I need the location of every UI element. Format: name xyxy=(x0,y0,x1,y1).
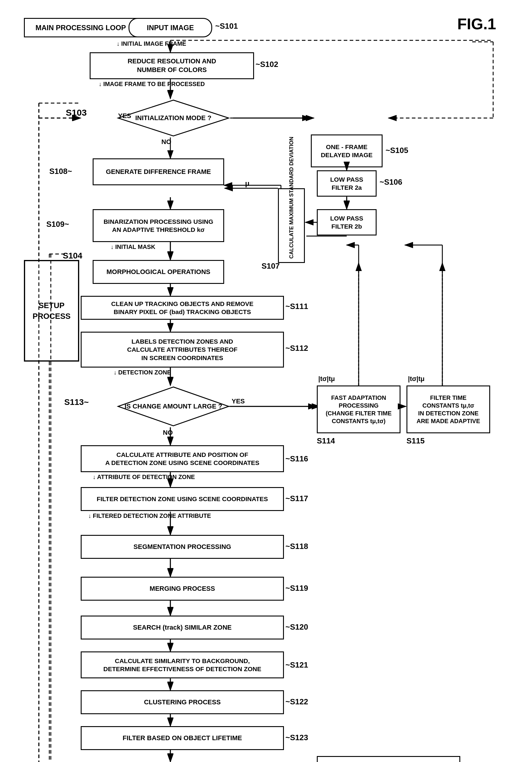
s112-label: ~S112 xyxy=(285,343,308,353)
detection-zone-label: ↓ DETECTION ZONE xyxy=(114,369,171,376)
no-label-2: NO xyxy=(163,429,173,436)
s108-label: S108~ xyxy=(49,167,72,176)
s120-label: ~S120 xyxy=(285,623,308,632)
initial-mask-label: ↓ INITIAL MASK xyxy=(111,244,155,251)
low-pass-filter-2b-box: LOW PASS FILTER 2b xyxy=(317,209,377,236)
labels-detection-box: LABELS DETECTION ZONES AND CALCULATE ATT… xyxy=(81,332,284,367)
legend-box: LEGEND : PROCESSING ALGORITHM FLOW PARAM… xyxy=(317,756,460,762)
s103-label: S103 xyxy=(66,108,87,118)
clustering-box: CLUSTERING PROCESS xyxy=(81,690,284,714)
low-pass-filter-2a-box: LOW PASS FILTER 2a xyxy=(317,170,377,196)
merging-box: MERGING PROCESS xyxy=(81,577,284,601)
morphological-box: MORPHOLOGICAL OPERATIONS xyxy=(93,260,224,284)
s117-label: ~S117 xyxy=(285,494,308,503)
filter-lifetime-box: FILTER BASED ON OBJECT LIFETIME xyxy=(81,726,284,750)
calculate-similarity-box: CALCULATE SIMILARITY TO BACKGROUND, DETE… xyxy=(81,651,284,678)
filter-time-constants-box: FILTER TIME CONSTANTS tμ,tσ IN DETECTION… xyxy=(407,386,490,433)
main-processing-loop-box: MAIN PROCESSING LOOP xyxy=(24,18,137,38)
diagram-container: FIG.1 xyxy=(0,0,532,762)
s104-label: S104 xyxy=(63,251,82,261)
s105-label: ~S105 xyxy=(386,146,408,155)
s109-label: S109~ xyxy=(46,220,69,229)
s111-label: ~S111 xyxy=(285,302,308,311)
s113-label: S113~ xyxy=(64,398,89,407)
segmentation-box: SEGMENTATION PROCESSING xyxy=(81,535,284,559)
is-change-large-wrapper: IS CHANGE AMOUNT LARGE ? xyxy=(116,386,230,427)
calculate-attribute-box: CALCULATE ATTRIBUTE AND POSITION OF A DE… xyxy=(81,445,284,472)
generate-difference-box: GENERATE DIFFERENCE FRAME xyxy=(93,158,224,185)
calc-max-std-box: CALCULATE MAXIMUM STANDARD DEVIATION xyxy=(278,188,305,263)
s122-label: ~S122 xyxy=(285,697,308,707)
search-similar-box: SEARCH (track) SIMILAR ZONE xyxy=(81,616,284,640)
one-frame-delayed-box: ONE - FRAME DELAYED IMAGE xyxy=(311,134,383,167)
s121-label: ~S121 xyxy=(285,660,308,670)
input-image-box: INPUT IMAGE xyxy=(128,18,212,38)
clean-up-box: CLEAN UP TRACKING OBJECTS AND REMOVE BIN… xyxy=(81,296,284,320)
setup-process-box: SETUP PROCESS xyxy=(24,260,79,361)
attribute-detection-zone-label: ↓ ATTRIBUTE OF DETECTION ZONE xyxy=(93,474,195,481)
s106-label: ~S106 xyxy=(380,178,402,187)
fast-adaptation-box: FAST ADAPTATION PROCESSING (CHANGE FILTE… xyxy=(317,386,401,433)
image-frame-to-process-label: ↓ IMAGE FRAME TO BE PROCESSED xyxy=(99,81,205,88)
tosigma-tmu-2: |tσ|tμ xyxy=(408,375,424,383)
figure-title: FIG.1 xyxy=(457,15,496,33)
s119-label: ~S119 xyxy=(285,583,308,593)
yes-label-2: YES xyxy=(232,398,245,405)
s118-label: ~S118 xyxy=(285,542,308,551)
s101-label: ~S101 xyxy=(215,22,238,31)
reduce-resolution-box: REDUCE RESOLUTION AND NUMBER OF COLORS xyxy=(90,52,254,79)
initialization-mode-wrapper: INITIALIZATION MODE ? xyxy=(116,99,230,137)
s114-label: S114 xyxy=(317,436,335,445)
s115-label: S115 xyxy=(407,436,425,445)
mu-label: μ xyxy=(245,179,250,188)
no-label: NO xyxy=(161,138,171,146)
s123-label: ~S123 xyxy=(285,733,308,742)
s116-label: ~S116 xyxy=(285,454,308,464)
s107-label: S107 xyxy=(262,262,280,271)
initial-image-frame-label: ↓ INITIAL IMAGE FRAME xyxy=(116,40,186,47)
filtered-detection-zone-label: ↓ FILTERED DETECTION ZONE ATTRIBUTE xyxy=(88,512,211,519)
tosigma-tmu-1: |tσ|tμ xyxy=(318,375,335,383)
s102-label: ~S102 xyxy=(256,60,278,69)
filter-detection-zone-box: FILTER DETECTION ZONE USING SCENE COORDI… xyxy=(81,487,284,511)
binarization-box: BINARIZATION PROCESSING USING AN ADAPTIV… xyxy=(93,209,224,242)
